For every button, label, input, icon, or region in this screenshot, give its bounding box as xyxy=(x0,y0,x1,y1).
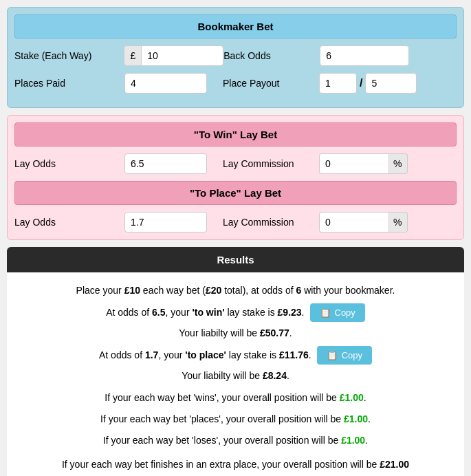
lay-section: "To Win" Lay Bet Lay Odds Lay Commission… xyxy=(7,115,464,240)
summary-stake: £10 xyxy=(124,285,140,296)
to-win-pre: At odds of xyxy=(106,307,152,318)
to-win-liability-value: £50.77 xyxy=(260,327,289,338)
places-line: If your each way bet 'places', your over… xyxy=(21,411,450,428)
to-win-odds-display: 6.5 xyxy=(152,307,165,318)
place-payout-fraction: / xyxy=(319,73,417,94)
back-odds-group: Back Odds xyxy=(223,45,457,66)
to-win-result-text: At odds of 6.5, your 'to win' lay stake … xyxy=(106,304,304,321)
to-place-header: "To Place" Lay Bet xyxy=(14,181,457,205)
copy-icon-2: 📋 xyxy=(327,350,338,360)
extra-place-line: If your each way bet finishes in an extr… xyxy=(21,456,450,473)
place-payout-group: Place Payout / xyxy=(223,73,457,94)
summary-total: £20 xyxy=(206,285,221,296)
summary-post: with your bookmaker. xyxy=(301,285,395,296)
results-body: Place your £10 each way bet (£20 total),… xyxy=(7,272,464,476)
places-paid-input[interactable] xyxy=(124,73,207,94)
to-win-mid: , your xyxy=(166,307,193,318)
to-win-stake-display: £9.23 xyxy=(278,307,302,318)
wins-pre: If your each way bet 'wins', your overal… xyxy=(105,392,340,403)
summary-line: Place your £10 each way bet (£20 total),… xyxy=(21,282,450,299)
bookmaker-header: Bookmaker Bet xyxy=(14,14,457,39)
to-place-result-text: At odds of 1.7, your 'to place' lay stak… xyxy=(99,347,311,364)
back-odds-label: Back Odds xyxy=(223,50,320,61)
stake-label: Stake (Each Way) xyxy=(14,50,124,61)
stake-input[interactable] xyxy=(141,45,223,66)
results-header: Results xyxy=(7,247,464,272)
summary-mid2: total), at odds of xyxy=(221,285,296,296)
to-place-percent-group: % xyxy=(319,212,408,232)
stake-input-group: £ xyxy=(124,45,223,66)
to-place-liability-value: £8.24 xyxy=(263,370,287,381)
extra-place-pre: If your each way bet finishes in an extr… xyxy=(62,459,380,470)
to-place-lay-odds-input[interactable] xyxy=(124,212,207,232)
stake-row: Stake (Each Way) £ Back Odds xyxy=(14,45,457,66)
to-place-stake-display: £11.76 xyxy=(279,349,309,360)
currency-symbol: £ xyxy=(124,45,141,66)
to-place-mid: , your xyxy=(158,349,185,360)
places-pre: If your each way bet 'places', your over… xyxy=(100,413,344,424)
to-place-commission-label: Lay Commission xyxy=(223,217,319,228)
to-place-type-display: 'to place' xyxy=(185,349,226,360)
to-place-liability-pre: Your liabilty will be xyxy=(182,370,263,381)
back-odds-input[interactable] xyxy=(320,45,409,66)
to-win-post-text: lay stake is xyxy=(225,307,278,318)
to-win-lay-odds-input[interactable] xyxy=(124,153,207,174)
summary-mid1: each way bet ( xyxy=(140,285,206,296)
to-win-percent-symbol: % xyxy=(388,153,408,174)
places-value: £1.00 xyxy=(344,413,368,424)
to-place-commission-input[interactable] xyxy=(319,212,388,232)
bookmaker-section: Bookmaker Bet Stake (Each Way) £ Back Od… xyxy=(7,7,464,108)
to-place-row: Lay Odds Lay Commission % xyxy=(14,212,457,232)
to-win-type-display: 'to win' xyxy=(192,307,224,318)
to-place-odds-display: 1.7 xyxy=(145,349,158,360)
payout-denominator-input[interactable] xyxy=(365,73,417,94)
to-win-percent-group: % xyxy=(319,153,408,174)
loses-value: £1.00 xyxy=(341,435,365,446)
summary-pre: Place your xyxy=(76,285,124,296)
payout-numerator-input[interactable] xyxy=(319,73,357,94)
to-win-commission-input[interactable] xyxy=(319,153,388,174)
to-win-liability-line: Your liabilty will be £50.77. xyxy=(21,325,450,342)
to-place-lay-odds-label: Lay Odds xyxy=(14,217,124,228)
to-win-row: Lay Odds Lay Commission % xyxy=(14,153,457,174)
to-place-pre: At odds of xyxy=(99,349,145,360)
to-place-result-row: At odds of 1.7, your 'to place' lay stak… xyxy=(21,346,450,365)
main-container: Bookmaker Bet Stake (Each Way) £ Back Od… xyxy=(0,0,471,476)
to-place-percent-symbol: % xyxy=(388,212,408,232)
to-win-copy-label: Copy xyxy=(335,307,355,318)
to-place-commission-group: Lay Commission % xyxy=(223,212,457,232)
to-place-post-text: lay stake is xyxy=(226,349,279,360)
places-row: Places Paid Place Payout / xyxy=(14,73,457,94)
place-payout-label: Place Payout xyxy=(223,78,319,89)
to-place-copy-button[interactable]: 📋 Copy xyxy=(317,346,372,365)
to-win-commission-group: Lay Commission % xyxy=(223,153,457,174)
to-place-copy-label: Copy xyxy=(342,350,362,360)
to-win-header: "To Win" Lay Bet xyxy=(14,122,457,147)
extra-place-value: £21.00 xyxy=(380,459,409,470)
results-section: Results Place your £10 each way bet (£20… xyxy=(7,247,464,476)
fraction-separator: / xyxy=(360,77,362,89)
loses-line: If your each way bet 'loses', your overa… xyxy=(21,432,450,449)
wins-line: If your each way bet 'wins', your overal… xyxy=(21,389,450,407)
copy-icon-1: 📋 xyxy=(320,307,331,318)
to-win-commission-label: Lay Commission xyxy=(223,158,319,169)
places-paid-label: Places Paid xyxy=(14,78,124,89)
to-place-liability-line: Your liabilty will be £8.24. xyxy=(21,367,450,385)
to-win-result-row: At odds of 6.5, your 'to win' lay stake … xyxy=(21,303,450,322)
to-win-liability-pre: Your liabilty will be xyxy=(179,327,260,338)
wins-value: £1.00 xyxy=(340,392,364,403)
to-win-copy-button[interactable]: 📋 Copy xyxy=(310,303,365,322)
to-win-lay-odds-label: Lay Odds xyxy=(14,158,124,169)
loses-pre: If your each way bet 'loses', your overa… xyxy=(103,435,341,446)
